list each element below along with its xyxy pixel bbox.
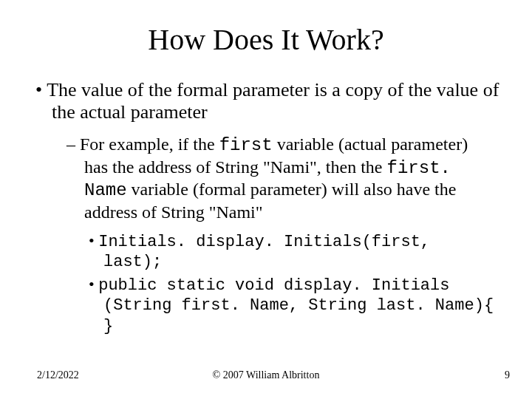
code-line-2: public static void display. Initials (St… [89, 274, 495, 337]
code-first: first [219, 135, 273, 155]
footer-copyright: © 2007 William Albritton [213, 369, 320, 381]
slide-container: How Does It Work? The value of the forma… [0, 0, 532, 399]
main-bullet-1: The value of the formal parameter is a c… [30, 79, 510, 123]
sub-bullet-1-mid2: variable (formal parameter) will also ha… [84, 180, 456, 222]
code-line-1-text: Initials. display. Initials(first, last)… [98, 233, 430, 272]
sub-bullet-1-pre: For example, if the [80, 134, 219, 154]
footer-page-number: 9 [505, 369, 510, 381]
main-bullet-1-text: The value of the formal parameter is a c… [47, 79, 499, 123]
footer: 2/12/2022 © 2007 William Albritton 9 [0, 369, 532, 381]
slide-title: How Does It Work? [22, 22, 510, 57]
sub-bullet-1: For example, if the first variable (actu… [66, 134, 480, 223]
code-line-1: Initials. display. Initials(first, last)… [89, 231, 495, 273]
footer-date: 2/12/2022 [37, 369, 79, 381]
code-line-2-text: public static void display. Initials (St… [98, 276, 494, 335]
